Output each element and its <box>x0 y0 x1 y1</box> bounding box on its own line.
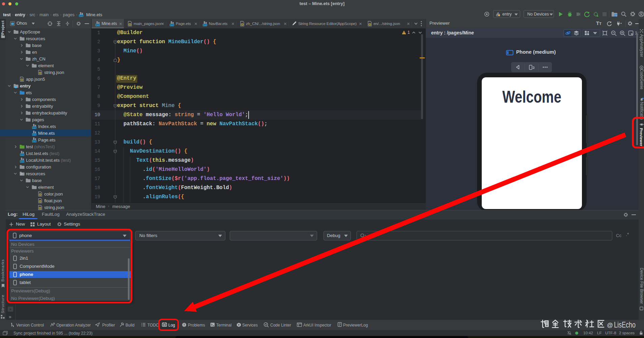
svg-text:ETS: ETS <box>20 154 24 156</box>
svg-text:ETS: ETS <box>203 24 207 26</box>
svg-text:ETS: ETS <box>32 140 36 142</box>
svg-text:ETS: ETS <box>20 160 24 162</box>
svg-text:ETS: ETS <box>80 15 83 17</box>
svg-text:@: @ <box>607 322 613 329</box>
svg-text:ETS: ETS <box>32 127 36 129</box>
svg-text:ETS: ETS <box>32 133 36 135</box>
svg-text:ETS: ETS <box>170 24 174 26</box>
svg-text:ETS: ETS <box>96 24 100 26</box>
svg-text:LisEcho: LisEcho <box>614 320 636 329</box>
